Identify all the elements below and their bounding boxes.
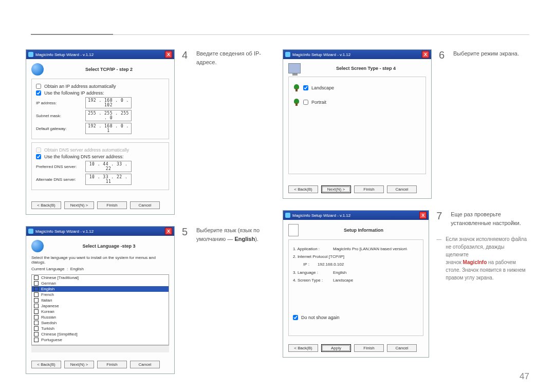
lang-item-label: Portuguese: [41, 338, 62, 342]
lang-item[interactable]: Swedish: [32, 320, 169, 326]
language-listbox[interactable]: Chinese [Traditional]GermanEnglishFrench…: [31, 274, 169, 345]
wizard-step7-dialog: MagicInfo Setup Wizard - v.1.12 X Setup …: [283, 210, 429, 358]
pref-dns-field[interactable]: 10 . 44 . 33 . 22: [85, 161, 132, 172]
app-icon: [28, 229, 33, 234]
lang-item[interactable]: Russian: [32, 314, 169, 320]
title-text: MagicInfo Setup Wizard - v.1.12: [292, 52, 350, 57]
ip-field[interactable]: 192 . 168 . 0 . 102: [85, 97, 132, 108]
square-icon: [34, 338, 39, 342]
step6-text: Выберите режим экрана.: [453, 49, 519, 61]
subnet-label: Subnet mask:: [36, 114, 82, 118]
lang-item-label: English: [41, 287, 54, 291]
note-text: Если значок исполняемого файла не отобра…: [436, 235, 527, 282]
lang-item[interactable]: Turkish: [32, 326, 169, 331]
titlebar: MagicInfo Setup Wizard - v.1.12 X: [283, 211, 429, 220]
lang-item-label: Japanese: [41, 304, 59, 308]
square-icon: [34, 321, 39, 325]
step5-text: Выберите язык (язык поумолчанию — Englis…: [196, 226, 260, 243]
close-icon[interactable]: X: [165, 51, 172, 58]
lang-item[interactable]: Portuguese: [32, 337, 169, 343]
tree-icon: [293, 99, 300, 106]
current-lang-row: Current Language : English: [31, 267, 169, 271]
next-button[interactable]: Next(N) >: [321, 185, 351, 193]
close-icon[interactable]: X: [165, 228, 172, 235]
page-number: 47: [520, 371, 529, 382]
lang-item[interactable]: Korean: [32, 309, 169, 314]
alt-dns-field[interactable]: 10 . 33 . 22 . 11: [85, 174, 132, 185]
use-dns-checkbox[interactable]: [36, 154, 41, 159]
lang-item[interactable]: Chinese [Traditional]: [32, 275, 169, 281]
next-button[interactable]: Next(N) >: [64, 201, 94, 209]
lang-item-label: German: [41, 281, 56, 286]
close-icon[interactable]: X: [422, 51, 429, 58]
title-text: MagicInfo Setup Wizard - v.1.12: [35, 52, 94, 57]
lang-item-label: French: [41, 292, 54, 297]
wizard-step5-dialog: MagicInfo Setup Wizard - v.1.12 X Select…: [26, 226, 175, 374]
lang-item[interactable]: Italian: [32, 297, 169, 303]
portrait-checkbox[interactable]: [303, 100, 308, 105]
lang-desc: Select the language you want to install …: [31, 255, 169, 265]
lang-item[interactable]: English: [32, 286, 169, 292]
ip-label: IP address:: [36, 101, 82, 105]
monitor-icon: [288, 63, 301, 73]
back-button[interactable]: < Back(B): [288, 185, 318, 193]
header-rule-thin: [113, 34, 529, 35]
square-icon: [34, 281, 39, 286]
landscape-checkbox[interactable]: [303, 85, 308, 90]
titlebar: MagicInfo Setup Wizard - v.1.12 X: [26, 227, 174, 236]
finish-button[interactable]: Finish: [354, 185, 384, 193]
tree-icon: [293, 84, 300, 91]
lang-item-label: Korean: [41, 309, 54, 314]
gateway-field[interactable]: 192 . 168 . 0 . 1: [85, 123, 132, 134]
use-ip-checkbox[interactable]: [36, 90, 41, 96]
lang-item-label: Swedish: [41, 321, 57, 325]
portrait-label: Portrait: [311, 100, 326, 105]
apply-button[interactable]: Apply: [321, 344, 351, 352]
back-button[interactable]: < Back(B): [31, 201, 61, 209]
square-icon: [34, 298, 39, 303]
lang-item[interactable]: Chinese [Simplified]: [32, 331, 169, 337]
finish-button[interactable]: Finish: [354, 344, 384, 352]
close-icon[interactable]: X: [419, 212, 427, 219]
obtain-ip-auto-checkbox[interactable]: [36, 84, 41, 89]
subnet-field[interactable]: 255 . 255 . 255 . 0: [85, 110, 132, 121]
cancel-button[interactable]: Cancel: [387, 344, 417, 352]
obtain-dns-auto-checkbox: [36, 147, 41, 153]
lang-item[interactable]: Japanese: [32, 303, 169, 309]
dont-show-checkbox[interactable]: [293, 315, 298, 320]
cancel-button[interactable]: Cancel: [387, 185, 417, 193]
back-button[interactable]: < Back(B): [288, 344, 318, 352]
square-icon: [34, 292, 39, 297]
scrollbar-horizontal[interactable]: [31, 345, 169, 352]
landscape-label: Landscape: [311, 85, 334, 90]
gateway-label: Default gateway:: [36, 126, 82, 131]
step6-number: 6: [439, 49, 448, 61]
wizard-step6-dialog: MagicInfo Setup Wizard - v.1.12 X Select…: [283, 49, 432, 199]
finish-button[interactable]: Finish: [97, 361, 127, 368]
titlebar: MagicInfo Setup Wizard - v.1.12 X: [283, 50, 431, 59]
square-icon: [34, 275, 39, 280]
square-icon: [34, 309, 39, 314]
step5-number: 5: [182, 226, 191, 243]
lang-item-label: Turkish: [41, 326, 54, 331]
use-dns-label: Use the following DNS server address:: [44, 154, 124, 159]
cancel-button[interactable]: Cancel: [130, 361, 160, 368]
square-icon: [34, 315, 39, 320]
finish-button[interactable]: Finish: [97, 201, 127, 209]
lang-item-label: Italian: [41, 298, 52, 303]
titlebar: MagicInfo Setup Wizard - v.1.12 X: [26, 50, 174, 59]
lang-item[interactable]: German: [32, 281, 169, 286]
cancel-button[interactable]: Cancel: [130, 201, 160, 209]
header-rule-thick: [31, 34, 113, 35]
app-icon: [28, 52, 33, 57]
back-button[interactable]: < Back(B): [31, 361, 61, 368]
next-button[interactable]: Next(N) >: [64, 361, 94, 368]
globe-icon: [31, 63, 44, 76]
alt-dns-label: Alternate DNS server:: [36, 177, 82, 182]
lang-item[interactable]: French: [32, 292, 169, 297]
title-text: MagicInfo Setup Wizard - v.1.12: [292, 213, 350, 218]
lang-item-label: Chinese [Traditional]: [41, 275, 79, 280]
square-icon: [34, 304, 39, 308]
step4-number: 4: [182, 49, 191, 66]
obtain-dns-auto-label: Obtain DNS server address automatically: [44, 147, 129, 153]
